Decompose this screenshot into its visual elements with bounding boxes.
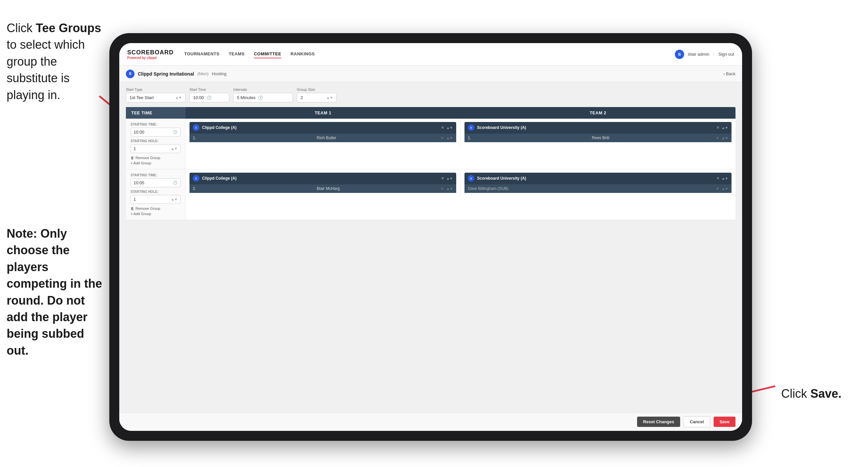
team1-group1[interactable]: C Clippd College (A) ✕ ▲▼ 1. Rich Butler — [189, 122, 456, 142]
team2-remove-x-2[interactable]: ✕ — [716, 176, 720, 181]
sub-player-remove-t2g2[interactable]: ✕ — [716, 186, 719, 191]
team1-caret-2[interactable]: ▲▼ — [446, 177, 453, 180]
player-remove-t2g1[interactable]: ✕ — [716, 136, 719, 140]
player-name-t1g1: Rich Butler — [317, 136, 438, 140]
team2-logo-2: S — [468, 175, 474, 182]
hole-arrow-2: ▲▼ — [171, 198, 178, 201]
team1-name-1: Clippd College (A) — [202, 125, 438, 130]
breadcrumb-tournament-name: Clippd Spring Invitational — [138, 71, 194, 77]
breadcrumb-bar: B Clippd Spring Invitational (Men) Hosti… — [119, 66, 742, 82]
save-button[interactable]: Save — [714, 417, 736, 427]
breadcrumb-left: B Clippd Spring Invitational (Men) Hosti… — [126, 69, 227, 78]
team2-sub-player-group2[interactable]: Dave Billingham (SUB) ✕ ▲▼ — [464, 184, 732, 193]
team2-group1-header: S Scoreboard University (A) ✕ ▲▼ — [464, 122, 732, 133]
remove-icon-2: 🗑 — [130, 206, 134, 210]
nav-tournaments[interactable]: TOURNAMENTS — [184, 50, 219, 58]
player-caret-t1g1[interactable]: ▲▼ — [446, 136, 453, 140]
team2-group1[interactable]: S Scoreboard University (A) ✕ ▲▼ 1. Rees… — [464, 122, 732, 142]
start-time-input[interactable]: 10:00 🕐 — [189, 93, 229, 103]
starting-hole-label-1: STARTING HOLE: — [130, 139, 181, 143]
team1-remove-x-2[interactable]: ✕ — [441, 176, 444, 181]
nav-committee[interactable]: COMMITTEE — [254, 50, 281, 58]
team2-remove-x-1[interactable]: ✕ — [716, 125, 720, 130]
th-team2: Team 2 — [461, 107, 736, 119]
starting-hole-label-2: STARTING HOLE: — [130, 190, 181, 194]
intervals-input[interactable]: 5 Minutes 🕐 — [233, 93, 293, 103]
navbar: SCOREBOARD Powered by clippd TOURNAMENTS… — [119, 43, 742, 66]
th-team1: Team 1 — [186, 107, 461, 119]
team1-group2-header: C Clippd College (A) ✕ ▲▼ — [189, 173, 456, 184]
team2-controls-1: ✕ ▲▼ — [716, 125, 728, 130]
powered-by-label: Powered by — [127, 56, 146, 60]
team1-group2[interactable]: C Clippd College (A) ✕ ▲▼ 2. Blair McHar… — [189, 173, 456, 193]
player-name-t1g2: Blair McHarg — [317, 186, 438, 191]
add-group-btn-2[interactable]: + Add Group — [130, 212, 181, 216]
save-bold-label: Save. — [810, 387, 841, 400]
team2-caret-1[interactable]: ▲▼ — [721, 126, 728, 129]
hole-value-1: 1 — [133, 146, 136, 151]
team1-logo-2: C — [193, 175, 199, 182]
team2-cell-group2: S Scoreboard University (A) ✕ ▲▼ Dave Bi… — [461, 169, 736, 198]
intervals-label: Intervals — [233, 88, 293, 91]
player-number-t1g1: 1. — [193, 136, 314, 140]
reset-changes-button[interactable]: Reset Changes — [637, 417, 680, 427]
team1-caret-1[interactable]: ▲▼ — [446, 126, 453, 129]
remove-group-btn-2[interactable]: 🗑 Remove Group — [130, 206, 181, 210]
time-clock-icon-1: 🕐 — [173, 130, 178, 134]
player-number-t1g2: 2. — [193, 186, 314, 191]
cancel-button[interactable]: Cancel — [683, 416, 710, 427]
start-type-arrow: ▲▼ — [175, 96, 182, 99]
remove-group-btn-1[interactable]: 🗑 Remove Group — [130, 156, 181, 160]
breadcrumb-hosting: Hosting — [212, 71, 227, 76]
starting-time-label-2: STARTING TIME: — [130, 173, 181, 177]
time-input-2[interactable]: 10:05 🕐 — [130, 178, 181, 187]
team1-player1-group1[interactable]: 1. Rich Butler ✕ ▲▼ — [189, 133, 456, 142]
start-time-field: Start Time 10:00 🕐 — [189, 88, 229, 103]
note-instruction: Note: Only choose the players competing … — [0, 225, 106, 359]
intervals-clock-icon: 🕐 — [258, 95, 263, 100]
team1-remove-x-1[interactable]: ✕ — [441, 125, 444, 130]
time-input-1[interactable]: 10:00 🕐 — [130, 127, 181, 137]
player-remove-t1g1[interactable]: ✕ — [441, 136, 444, 140]
player-remove-t1g2[interactable]: ✕ — [441, 186, 444, 191]
sub-player-caret-t2g2[interactable]: ▲▼ — [721, 187, 728, 191]
logo-scoreboard: SCOREBOARD — [127, 49, 174, 56]
team2-player1-group1[interactable]: 1. Rees Britt ✕ ▲▼ — [464, 133, 732, 142]
breadcrumb-avatar: B — [126, 69, 134, 78]
team2-name-2: Scoreboard University (A) — [477, 176, 714, 181]
add-group-btn-1[interactable]: + Add Group — [130, 161, 181, 165]
team2-name-1: Scoreboard University (A) — [477, 125, 714, 130]
team1-cell-group1: C Clippd College (A) ✕ ▲▼ 1. Rich Butler — [186, 119, 461, 147]
nav-teams[interactable]: TEAMS — [228, 50, 245, 58]
hole-input-1[interactable]: 1 ▲▼ — [130, 144, 181, 153]
team1-player1-group2[interactable]: 2. Blair McHarg ✕ ▲▼ — [189, 184, 456, 193]
sign-out-link[interactable]: Sign out — [718, 52, 734, 57]
time-clock-icon-2: 🕐 — [173, 181, 178, 185]
tee-groups-instruction: Click Tee Groups to select which group t… — [0, 20, 103, 104]
start-time-label: Start Time — [189, 88, 229, 91]
group-size-input[interactable]: 2 ▲▼ — [297, 93, 337, 103]
group-size-field: Group Size 2 ▲▼ — [297, 88, 337, 103]
tablet-screen: SCOREBOARD Powered by clippd TOURNAMENTS… — [119, 43, 742, 431]
start-type-input[interactable]: 1st Tee Start ▲▼ — [126, 93, 186, 103]
table-header: Tee Time Team 1 Team 2 — [126, 107, 736, 119]
player-caret-t2g1[interactable]: ▲▼ — [721, 136, 728, 140]
clock-icon: 🕐 — [207, 95, 212, 100]
time-value-1: 10:00 — [133, 129, 145, 135]
nav-rankings[interactable]: RANKINGS — [290, 50, 315, 58]
player-caret-t1g2[interactable]: ▲▼ — [446, 187, 453, 191]
team2-caret-2[interactable]: ▲▼ — [721, 177, 728, 180]
nav-avatar: B — [675, 50, 684, 59]
th-tee-time: Tee Time — [126, 107, 186, 119]
nav-right: B blair admin | Sign out — [675, 50, 734, 59]
tee-actions-2: 🗑 Remove Group + Add Group — [130, 206, 181, 216]
hole-input-2[interactable]: 1 ▲▼ — [130, 195, 181, 204]
breadcrumb-gender: (Men) — [197, 71, 209, 76]
team2-group2[interactable]: S Scoreboard University (A) ✕ ▲▼ Dave Bi… — [464, 173, 732, 193]
team1-name-2: Clippd College (A) — [202, 176, 438, 181]
team2-logo-1: S — [468, 124, 474, 131]
note-label: Note: Only choose the players competing … — [7, 227, 102, 357]
team2-cell-group1: S Scoreboard University (A) ✕ ▲▼ 1. Rees… — [461, 119, 736, 147]
back-button[interactable]: ‹ Back — [723, 71, 736, 76]
start-type-label: Start Type — [126, 88, 186, 91]
